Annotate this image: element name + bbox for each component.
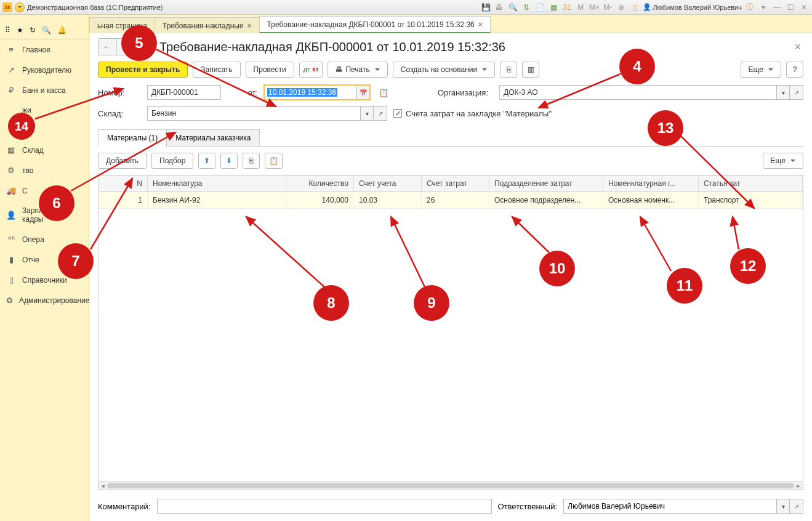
calendar-small-icon[interactable]: ▦ (548, 2, 559, 13)
scroll-thumb[interactable] (107, 483, 794, 488)
panel-icon[interactable]: ▯ (629, 2, 640, 13)
scroll-left-icon[interactable]: ◄ (98, 482, 107, 490)
maximize-icon[interactable]: ☐ (785, 2, 796, 13)
print-button[interactable]: 🖶Печать (328, 62, 387, 78)
info-dropdown-icon[interactable]: ▾ (758, 2, 769, 13)
post-and-close-button[interactable]: Провести и закрыть (98, 62, 188, 78)
sidebar-item-production[interactable]: ⚙тво (0, 160, 89, 180)
inner-tab-customer-materials[interactable]: Материалы заказчика (166, 129, 260, 147)
sidebar-item-label: Опера (22, 235, 44, 244)
history-icon[interactable]: ↻ (30, 26, 36, 34)
note-icon[interactable]: 📋 (379, 88, 388, 97)
select-button[interactable]: Подбор (151, 153, 193, 169)
zoom-icon[interactable]: ⊕ (616, 2, 627, 13)
cell-department: Основное подразделен... (489, 192, 603, 208)
responsible-label: Ответственный: (498, 502, 557, 511)
col-account[interactable]: Счет учета (354, 176, 422, 192)
more-button[interactable]: Еще (741, 62, 781, 78)
col-cost-account[interactable]: Счет затрат (422, 176, 489, 192)
report-icon[interactable]: 📄 (534, 2, 545, 13)
callout-14: 14 (8, 113, 35, 140)
open-button[interactable]: ↗ (374, 106, 387, 121)
star-icon[interactable]: ★ (17, 26, 23, 34)
paste-button[interactable]: 📋 (265, 153, 283, 169)
preview-icon[interactable]: 🔍 (507, 2, 518, 13)
grid-body: 1 Бензин АИ-92 140,000 10.03 26 Основное… (98, 192, 803, 481)
save-icon[interactable]: 💾 (480, 2, 491, 13)
minimize-icon[interactable]: — (771, 2, 782, 13)
col-nomenclature-group[interactable]: Номенклатурная г... (603, 176, 699, 192)
callout-4: 4 (619, 49, 655, 84)
m-minus-icon[interactable]: M- (602, 2, 613, 13)
tabs-bar: ьная страница Требования-накладные× Треб… (89, 15, 812, 33)
col-cost-article[interactable]: Статья зат (699, 176, 803, 192)
compare-icon[interactable]: ⇅ (521, 2, 532, 13)
current-user[interactable]: 👤 Любимов Валерий Юрьевич (643, 3, 742, 11)
inner-tabs: Материалы (1) Материалы заказчика (98, 129, 803, 147)
tab-requirement-doc[interactable]: Требование-накладная ДКБП-000001 от 10.0… (259, 16, 491, 33)
cog-icon: ✿ (6, 296, 13, 305)
horizontal-scrollbar[interactable]: ◄ ► (98, 481, 803, 490)
sidebar-item-warehouse[interactable]: ▦Склад (0, 140, 89, 160)
number-field[interactable]: ДКБП-000001 (147, 85, 221, 100)
search-icon[interactable]: 🔍 (42, 26, 51, 34)
sidebar-item-label: Склад (22, 146, 44, 155)
save-button[interactable]: Записать (193, 62, 240, 78)
info-icon[interactable]: ⓘ (744, 2, 755, 13)
col-nomenclature[interactable]: Номенклатура (148, 176, 286, 192)
date-field[interactable]: 10.01.2019 15:32:36 (264, 85, 356, 100)
dropdown-button[interactable]: ▾ (776, 85, 790, 100)
date-field-group: 10.01.2019 15:32:36 📅 (264, 85, 370, 100)
table-row[interactable]: 1 Бензин АИ-92 140,000 10.03 26 Основное… (98, 192, 803, 209)
m-icon[interactable]: M (575, 2, 586, 13)
calendar-icon[interactable]: 31 (561, 2, 573, 13)
table-more-button[interactable]: Еще (763, 153, 803, 169)
sidebar-item-label: Банк и касса (22, 86, 66, 95)
create-based-button[interactable]: Создать на основании (393, 62, 496, 78)
tab-requirements-list[interactable]: Требования-накладные× (155, 17, 259, 33)
sheet-icon-button[interactable]: ▥ (522, 62, 539, 78)
dk-icon-button[interactable]: ДтКт (299, 62, 323, 78)
dropdown-button[interactable]: ▾ (776, 499, 790, 514)
open-button[interactable]: ↗ (790, 499, 803, 514)
close-icon[interactable]: × (478, 20, 483, 29)
dropdown-button[interactable]: ▾ (360, 106, 374, 121)
org-field[interactable]: ДОК-3 АО (499, 85, 776, 100)
sidebar-item-label: Отче (22, 256, 39, 264)
bell-icon[interactable]: 🔔 (57, 26, 66, 34)
help-button[interactable]: ? (786, 62, 803, 78)
post-button[interactable]: Провести (246, 62, 294, 78)
responsible-field[interactable]: Любимов Валерий Юрьевич (563, 499, 776, 514)
callout-8: 8 (313, 285, 349, 321)
checkbox-label: Счета затрат на закладке "Материалы" (406, 109, 552, 118)
open-button[interactable]: ↗ (790, 85, 803, 100)
apps-icon[interactable]: ⠿ (5, 26, 10, 34)
calendar-button[interactable]: 📅 (356, 85, 370, 100)
sidebar-item-bank[interactable]: ₽Банк и касса (0, 80, 89, 100)
link-icon-button[interactable]: ⎘ (500, 62, 517, 78)
app-menu-dropdown[interactable] (15, 2, 25, 12)
form-row-number-date-org: Номер: ДКБП-000001 от: 10.01.2019 15:32:… (98, 85, 803, 100)
move-down-button[interactable]: ⬇ (220, 153, 238, 169)
sidebar-item-admin[interactable]: ✿Администрирование (0, 290, 89, 310)
m-plus-icon[interactable]: M+ (589, 2, 600, 13)
nav-back-button[interactable]: ← (98, 39, 117, 55)
sidebar-item-main[interactable]: ≡Главное (0, 39, 89, 60)
inner-tab-materials[interactable]: Материалы (1) (98, 129, 167, 147)
book-icon: ▯ (6, 275, 16, 285)
sidebar-item-manager[interactable]: ↗Руководителю (0, 60, 89, 80)
col-n[interactable]: N (98, 176, 148, 192)
add-button[interactable]: Добавить (98, 153, 147, 169)
close-window-icon[interactable]: ✕ (798, 2, 810, 13)
move-up-button[interactable]: ⬆ (198, 153, 215, 169)
copy-button[interactable]: ⎘ (243, 153, 260, 169)
print-icon[interactable]: 🖶 (494, 2, 505, 13)
comment-field[interactable] (157, 499, 492, 514)
col-department[interactable]: Подразделение затрат (489, 176, 603, 192)
warehouse-field[interactable]: Бензин (147, 106, 360, 121)
col-quantity[interactable]: Количество (286, 176, 354, 192)
scroll-right-icon[interactable]: ► (794, 482, 803, 490)
cost-accounts-checkbox[interactable]: ✓ Счета затрат на закладке "Материалы" (393, 109, 552, 118)
page-close-icon[interactable]: × (794, 41, 801, 54)
close-icon[interactable]: × (247, 22, 252, 30)
